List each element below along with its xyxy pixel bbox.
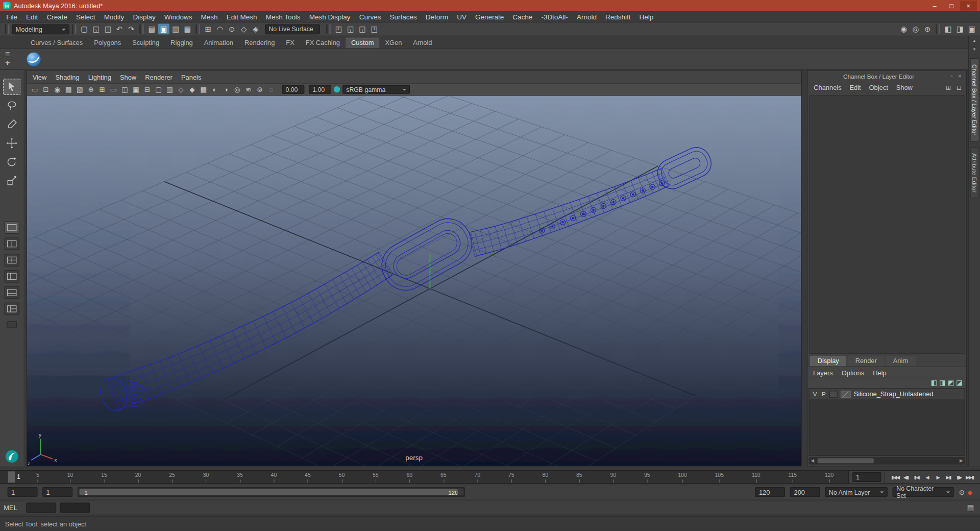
- field-chart-icon[interactable]: ⊟: [142, 84, 153, 94]
- float-panel-icon[interactable]: ▫: [947, 73, 955, 79]
- safe-title-icon[interactable]: ▥: [164, 84, 175, 94]
- go-to-end-button[interactable]: ▶▶▮: [964, 472, 975, 482]
- channel-menu-channels[interactable]: Channels: [810, 84, 845, 91]
- select-component-icon[interactable]: ▥: [170, 24, 181, 35]
- redo-icon[interactable]: ↷: [126, 24, 137, 35]
- layer-row[interactable]: V P Silicone_Strap_Unfastened: [810, 389, 965, 400]
- wireframe-mode-icon[interactable]: ◇: [176, 84, 186, 94]
- grip-handle[interactable]: [936, 25, 940, 34]
- lock-camera-icon[interactable]: ⊡: [41, 84, 52, 94]
- toggle-tool-settings-icon[interactable]: ◨: [954, 24, 966, 35]
- menu-curves[interactable]: Curves: [355, 11, 385, 22]
- channel-speed-icon[interactable]: ⊟: [954, 84, 964, 91]
- view-transform-selector[interactable]: sRGB gamma: [342, 85, 410, 94]
- play-backwards-button[interactable]: ◀: [922, 472, 933, 482]
- bookmarks-icon[interactable]: ▤: [63, 84, 74, 94]
- save-scene-icon[interactable]: ◫: [103, 24, 114, 35]
- scale-tool[interactable]: [3, 173, 20, 189]
- custom-shelf-button[interactable]: [25, 51, 42, 68]
- live-surface-field[interactable]: No Live Surface: [265, 24, 320, 34]
- time-tick-40[interactable]: 40: [271, 472, 277, 478]
- menu-uv[interactable]: UV: [453, 11, 471, 22]
- single-pane-layout-button[interactable]: [5, 221, 19, 233]
- time-tick-110[interactable]: 110: [752, 472, 761, 478]
- isolate-select-icon[interactable]: ◌: [265, 84, 276, 94]
- shelf-tab-polygons[interactable]: Polygons: [88, 37, 127, 48]
- frame-rate-icon[interactable]: ◲: [357, 24, 368, 35]
- multisample-aa-icon[interactable]: ⊚: [254, 84, 265, 94]
- menu-modify[interactable]: Modify: [100, 11, 129, 22]
- manipulator-settings-icon[interactable]: ⊞: [944, 84, 953, 91]
- grip-handle[interactable]: [72, 25, 77, 34]
- time-tick-30[interactable]: 30: [203, 472, 209, 478]
- channel-menu-edit[interactable]: Edit: [846, 84, 865, 91]
- layer-tab-anim[interactable]: Anim: [886, 356, 916, 367]
- menu-mesh[interactable]: Mesh: [197, 11, 222, 22]
- construction-history-icon[interactable]: ◰: [333, 24, 345, 35]
- grid-toggle-icon[interactable]: ⊞: [97, 84, 108, 94]
- close-button[interactable]: ×: [960, 1, 977, 11]
- scroll-right-icon[interactable]: ▶: [958, 458, 965, 464]
- shelf-scroll-up-icon[interactable]: ▴: [973, 36, 975, 44]
- use-all-lights-icon[interactable]: ◐: [209, 84, 220, 94]
- step-forward-frame-button[interactable]: ▮▶: [954, 472, 965, 482]
- time-tick-5[interactable]: 5: [36, 472, 39, 478]
- open-render-view-icon[interactable]: ◉: [898, 24, 910, 35]
- resolution-gate-icon[interactable]: ◫: [119, 84, 130, 94]
- new-scene-icon[interactable]: ▢: [79, 24, 90, 35]
- persp-outliner-layout-button[interactable]: [5, 270, 19, 282]
- play-forwards-button[interactable]: ▶: [933, 472, 943, 482]
- close-panel-icon[interactable]: ×: [955, 73, 964, 79]
- menu-edit[interactable]: Edit: [22, 11, 42, 22]
- persp-graph-layout-button[interactable]: [5, 286, 19, 299]
- playback-end-field[interactable]: [755, 487, 786, 497]
- sidebar-tab-attribute-editor[interactable]: Attribute Editor: [970, 147, 979, 198]
- time-tick-100[interactable]: 100: [678, 472, 687, 478]
- exposure-field[interactable]: 0.00: [282, 85, 304, 94]
- shelf-tab-curves-surfaces[interactable]: Curves / Surfaces: [25, 37, 88, 48]
- current-frame-marker[interactable]: [8, 471, 15, 482]
- menu-surfaces[interactable]: Surfaces: [385, 11, 421, 22]
- undo-icon[interactable]: ↶: [114, 24, 125, 35]
- snap-to-points-icon[interactable]: ⊙: [226, 24, 237, 35]
- menu-mesh-tools[interactable]: Mesh Tools: [261, 11, 305, 22]
- create-layer-from-selected-icon[interactable]: ◪: [956, 379, 963, 387]
- menu-set-selector[interactable]: Modeling: [12, 24, 69, 34]
- time-tick-65[interactable]: 65: [440, 472, 447, 478]
- step-forward-key-button[interactable]: ▶▮: [943, 472, 954, 482]
- textured-mode-icon[interactable]: ▦: [198, 84, 209, 94]
- camera-attributes-icon[interactable]: ◉: [52, 84, 63, 94]
- shelf-tab-sculpting[interactable]: Sculpting: [127, 37, 165, 48]
- select-priority-icon[interactable]: ▦: [182, 24, 193, 35]
- time-tick-85[interactable]: 85: [576, 472, 582, 478]
- layer-color-swatch[interactable]: [841, 391, 851, 397]
- menu-create[interactable]: Create: [42, 11, 72, 22]
- toolbox-collapse-button[interactable]: -: [7, 321, 17, 327]
- ipr-render-icon[interactable]: ◎: [910, 24, 921, 35]
- time-tick-25[interactable]: 25: [169, 472, 175, 478]
- viewport-menu-shading[interactable]: Shading: [51, 70, 84, 83]
- move-layer-up-icon[interactable]: ◧: [931, 379, 938, 387]
- animation-end-field[interactable]: [790, 487, 820, 497]
- menu-generate[interactable]: Generate: [471, 11, 508, 22]
- lasso-tool[interactable]: [3, 98, 20, 114]
- time-tick-35[interactable]: 35: [237, 472, 243, 478]
- character-set-selector[interactable]: No Character Set: [893, 487, 954, 497]
- select-tool[interactable]: [3, 79, 20, 95]
- shelf-tab-rigging[interactable]: Rigging: [165, 37, 199, 48]
- layer-menu-options[interactable]: Options: [837, 369, 868, 376]
- viewport-canvas[interactable]: yxz persp: [27, 95, 801, 466]
- maximize-button[interactable]: □: [943, 1, 960, 11]
- grip-handle[interactable]: [139, 25, 144, 34]
- time-tick-70[interactable]: 70: [475, 472, 481, 478]
- select-hierarchy-icon[interactable]: ▤: [146, 24, 158, 35]
- move-layer-down-icon[interactable]: ◨: [939, 379, 946, 387]
- shelf-menu-icon[interactable]: ☰: [3, 50, 12, 58]
- animation-start-field[interactable]: [8, 487, 38, 497]
- scroll-left-icon[interactable]: ◀: [808, 458, 816, 464]
- shelf-tab-arnold[interactable]: Arnold: [407, 37, 437, 48]
- safe-action-icon[interactable]: ▢: [153, 84, 164, 94]
- grip-handle[interactable]: [5, 25, 10, 34]
- snap-to-planes-icon[interactable]: ◇: [238, 24, 250, 35]
- toggle-channel-box-icon[interactable]: ▣: [966, 24, 977, 35]
